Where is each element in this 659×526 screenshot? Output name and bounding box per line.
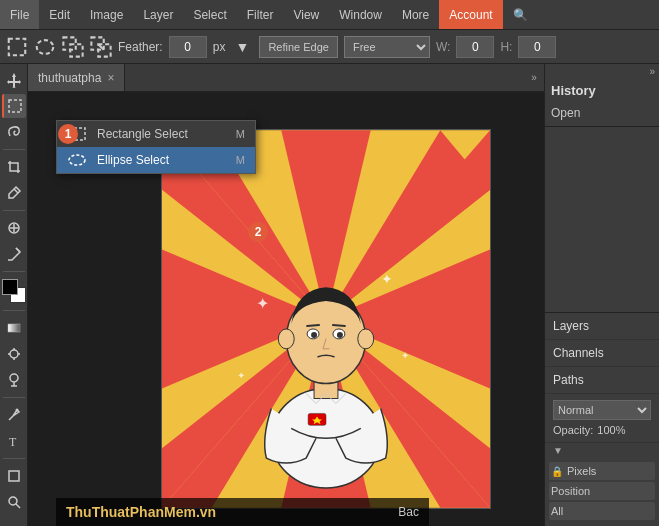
healing-tool[interactable] [2, 216, 26, 240]
rectangle-select-shortcut: M [236, 128, 245, 140]
svg-rect-8 [9, 100, 21, 112]
paths-tab[interactable]: Paths [545, 367, 659, 394]
history-open-item[interactable]: Open [551, 104, 653, 122]
menu-filter[interactable]: Filter [237, 0, 284, 29]
all-label: All [551, 505, 563, 517]
refine-edge-button[interactable]: Refine Edge [259, 36, 338, 58]
layer-pixels[interactable]: 🔒 Pixels [549, 462, 655, 480]
color-swatches[interactable] [2, 279, 26, 303]
menu-file[interactable]: File [0, 0, 39, 29]
menu-edit[interactable]: Edit [39, 0, 80, 29]
svg-point-23 [15, 409, 18, 412]
toolbar-sep-3 [3, 271, 25, 272]
svg-text:✦: ✦ [256, 295, 269, 312]
opacity-row: Opacity: 100% [553, 424, 651, 436]
toolbar-sep-1 [3, 149, 25, 150]
feather-unit-toggle[interactable]: ▼ [231, 36, 253, 58]
shape-tool[interactable] [2, 464, 26, 488]
h-input[interactable] [518, 36, 556, 58]
toolbar-sep-2 [3, 210, 25, 211]
menu-view[interactable]: View [283, 0, 329, 29]
w-input[interactable] [456, 36, 494, 58]
zoom-tool[interactable] [2, 490, 26, 514]
selection-tool[interactable] [2, 94, 26, 118]
toolbar-sep-4 [3, 310, 25, 311]
blend-mode-row: Normal Multiply Screen Overlay [553, 400, 651, 420]
opacity-value[interactable]: 100% [597, 424, 625, 436]
menu-account[interactable]: Account [439, 0, 502, 29]
menu-more[interactable]: More [392, 0, 439, 29]
foreground-color-swatch[interactable] [2, 279, 18, 295]
ellipse-select-item[interactable]: Ellipse Select M [57, 147, 255, 173]
rectangle-select-label: Rectangle Select [97, 127, 188, 141]
watermark-text: ThuThuatPhanMem.vn [66, 504, 216, 520]
panel-collapse-btn[interactable]: » [524, 64, 544, 92]
position-label: Position [551, 485, 590, 497]
select-ellipse-icon[interactable] [34, 36, 56, 58]
toolbar: T [0, 64, 28, 526]
brush-tool[interactable] [2, 242, 26, 266]
layers-controls: Normal Multiply Screen Overlay Opacity: … [545, 394, 659, 443]
crop-tool[interactable] [2, 155, 26, 179]
fg-bg-tool [2, 277, 26, 305]
illustration-canvas[interactable]: ✦ ✦ ✦ ✦ [161, 129, 491, 509]
main-area: T thuthuatpha × » 1 2 [0, 64, 659, 526]
panel-collapse-row: » [545, 64, 659, 79]
select-add-icon[interactable] [62, 36, 84, 58]
canvas-content: 1 2 Rectangle Select M Ellipse Select [28, 92, 544, 526]
style-select[interactable]: Free Fixed Ratio Fixed Size [344, 36, 430, 58]
layers-tab[interactable]: Layers [545, 313, 659, 340]
pen-tool[interactable] [2, 403, 26, 427]
svg-point-55 [358, 329, 374, 349]
panel-collapse-icon[interactable]: » [649, 66, 655, 77]
menu-window[interactable]: Window [329, 0, 392, 29]
opacity-label: Opacity: [553, 424, 593, 436]
tab-close[interactable]: × [107, 71, 114, 85]
toolbar-sep-6 [3, 458, 25, 459]
document-tab[interactable]: thuthuatpha × [28, 64, 125, 91]
lock-icon: 🔒 [551, 466, 563, 477]
menu-layer[interactable]: Layer [133, 0, 183, 29]
layer-all[interactable]: All [549, 502, 655, 520]
ellipse-select-shortcut: M [236, 154, 245, 166]
svg-point-52 [311, 332, 317, 338]
svg-line-13 [16, 248, 20, 252]
layer-position[interactable]: Position [549, 482, 655, 500]
feather-input[interactable] [169, 36, 207, 58]
eyedropper-tool[interactable] [2, 181, 26, 205]
feather-label: Feather: [118, 40, 163, 54]
layer-options-arrow[interactable]: ▼ [545, 443, 659, 458]
ellipse-select-icon [67, 153, 87, 167]
svg-text:✦: ✦ [381, 271, 393, 287]
layers-section: Layers Channels Paths Normal Multiply Sc… [545, 312, 659, 526]
move-tool[interactable] [2, 68, 26, 92]
rectangle-select-item[interactable]: Rectangle Select M [57, 121, 255, 147]
svg-rect-25 [9, 471, 19, 481]
svg-marker-7 [7, 73, 21, 88]
svg-text:✦: ✦ [401, 350, 409, 361]
select-subtract-icon[interactable] [90, 36, 112, 58]
tool-dropdown-menu: Rectangle Select M Ellipse Select M [56, 120, 256, 174]
svg-text:T: T [9, 435, 17, 449]
svg-text:✦: ✦ [237, 370, 245, 381]
gradient-tool[interactable] [2, 316, 26, 340]
blur-tool[interactable] [2, 342, 26, 366]
svg-point-20 [10, 374, 18, 382]
panel-spacer [545, 127, 659, 312]
svg-rect-0 [9, 38, 26, 55]
menu-search[interactable]: 🔍 [503, 0, 538, 29]
menu-bar: File Edit Image Layer Select Filter View… [0, 0, 659, 30]
select-rect-icon[interactable] [6, 36, 28, 58]
canvas-area: thuthuatpha × » 1 2 Rectangle Select M [28, 64, 544, 526]
lasso-tool[interactable] [2, 120, 26, 144]
h-label: H: [500, 40, 512, 54]
menu-select[interactable]: Select [183, 0, 236, 29]
dodge-tool[interactable] [2, 368, 26, 392]
text-tool[interactable]: T [2, 429, 26, 453]
channels-tab[interactable]: Channels [545, 340, 659, 367]
history-title: History [551, 83, 653, 98]
svg-point-53 [337, 332, 343, 338]
menu-image[interactable]: Image [80, 0, 133, 29]
blend-mode-select[interactable]: Normal Multiply Screen Overlay [553, 400, 651, 420]
toolbar-sep-5 [3, 397, 25, 398]
